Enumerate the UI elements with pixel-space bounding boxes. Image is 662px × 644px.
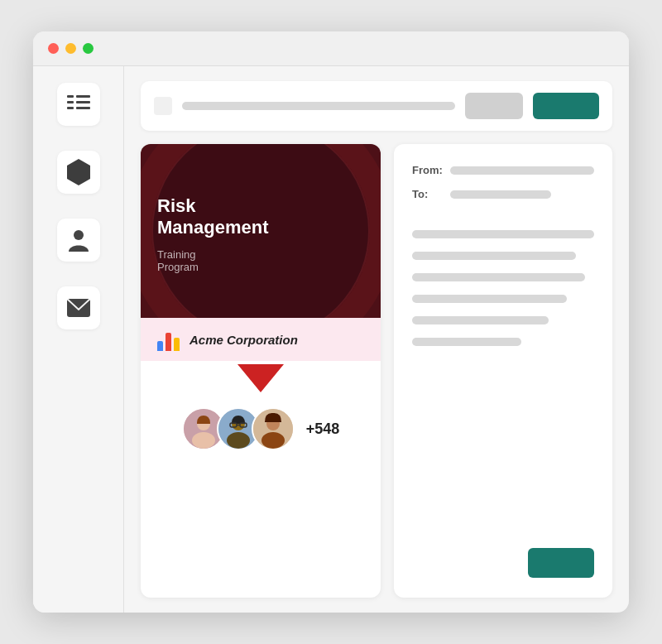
main-content: Risk Management Training Program Acme Co… (124, 66, 629, 613)
detail-block-1 (412, 230, 594, 238)
spacer-1 (412, 212, 594, 217)
to-row: To: (412, 188, 594, 200)
svg-rect-3 (76, 101, 90, 103)
svg-rect-5 (76, 107, 90, 109)
svg-point-20 (261, 432, 285, 449)
detail-action-button[interactable] (528, 548, 594, 578)
maximize-dot[interactable] (83, 43, 94, 54)
company-name: Acme Corporation (189, 333, 298, 347)
sidebar (33, 66, 124, 613)
list-icon (67, 95, 90, 113)
minimize-dot[interactable] (65, 43, 76, 54)
close-dot[interactable] (48, 43, 59, 54)
to-value-line (450, 190, 551, 199)
svg-point-7 (74, 230, 84, 240)
training-cover: Risk Management Training Program (141, 144, 381, 318)
detail-card: From: To: (394, 144, 612, 598)
browser-window: Risk Management Training Program Acme Co… (33, 31, 629, 613)
training-subtitle: Training Program (157, 248, 364, 273)
toolbar (141, 81, 612, 131)
sidebar-item-mail[interactable] (57, 286, 100, 329)
svg-point-14 (227, 432, 250, 449)
content-row: Risk Management Training Program Acme Co… (141, 144, 612, 598)
hexagon-icon (66, 158, 91, 186)
svg-rect-1 (76, 95, 90, 98)
toolbar-checkbox[interactable] (154, 97, 172, 115)
training-title: Risk Management (157, 195, 364, 239)
arrow-down (237, 364, 284, 392)
detail-block-5 (412, 316, 549, 324)
detail-block-2 (412, 252, 576, 260)
avatar-3 (252, 407, 295, 450)
search-bar (182, 102, 455, 110)
training-card: Risk Management Training Program Acme Co… (141, 144, 381, 598)
svg-marker-6 (67, 159, 90, 185)
svg-rect-4 (67, 107, 74, 109)
app-body: Risk Management Training Program Acme Co… (33, 66, 629, 613)
avatars-row: +548 (166, 407, 357, 450)
sidebar-item-user[interactable] (57, 219, 100, 262)
title-bar (33, 31, 629, 66)
from-row: From: (412, 164, 594, 176)
action-button[interactable] (533, 93, 599, 119)
avatar-count: +548 (306, 421, 340, 438)
sidebar-item-list[interactable] (57, 83, 100, 126)
svg-point-11 (192, 432, 215, 449)
mail-icon (67, 299, 90, 317)
bar-chart-icon (157, 328, 180, 351)
from-label: From: (412, 164, 442, 176)
svg-rect-2 (67, 101, 74, 103)
detail-block-6 (412, 338, 521, 346)
detail-block-3 (412, 273, 585, 281)
filter-button[interactable] (465, 93, 523, 119)
from-value-line (450, 166, 594, 175)
sidebar-item-hexagon[interactable] (57, 151, 100, 194)
svg-rect-0 (67, 95, 74, 98)
detail-block-4 (412, 295, 567, 303)
to-label: To: (412, 188, 442, 200)
company-ribbon: Acme Corporation (141, 318, 381, 361)
user-icon (69, 228, 89, 252)
